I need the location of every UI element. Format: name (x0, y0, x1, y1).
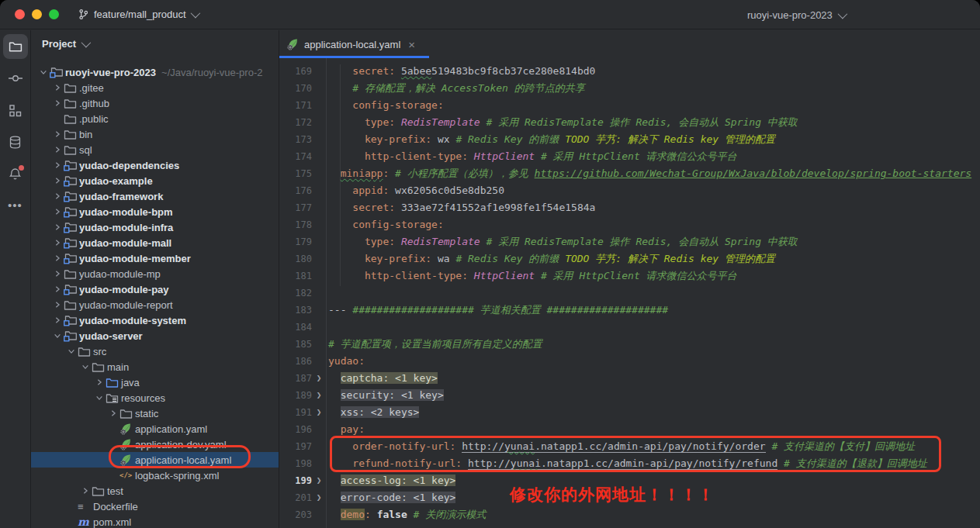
tree-item-yudao-module-mp[interactable]: yudao-module-mp (31, 266, 279, 281)
tree-item--public[interactable]: .public (31, 111, 279, 126)
chevron-collapsed-icon[interactable] (107, 407, 119, 419)
tree-item-test[interactable]: test (31, 483, 279, 499)
chevron-collapsed-icon[interactable] (51, 236, 64, 249)
tree-item-logback-spring-xml[interactable]: </>logback-spring.xml (31, 468, 279, 483)
tree-item-yudao-module-mall[interactable]: yudao-module-mall (31, 235, 279, 250)
project-panel-header[interactable]: Project (31, 30, 279, 57)
tree-item-java[interactable]: java (31, 374, 279, 390)
tree-item-pom-xml[interactable]: mpom.xml (31, 514, 279, 528)
tree-item--github[interactable]: .github (31, 95, 279, 111)
tree-item-static[interactable]: static (31, 405, 279, 421)
code-line-169[interactable]: 169 secret: 5abee519483bc9f8cb37ce280e81… (279, 63, 980, 80)
chevron-expanded-icon[interactable] (93, 392, 106, 404)
tree-item-yudao-module-infra[interactable]: yudao-module-infra (31, 219, 279, 235)
code-line-178[interactable]: 178 config-storage: (279, 216, 980, 233)
zoom-window-button[interactable] (49, 9, 59, 19)
tree-item-application-dev-yaml[interactable]: application-dev.yaml (31, 437, 279, 452)
chevron-collapsed-icon[interactable] (51, 81, 64, 94)
close-tab-icon[interactable]: × (408, 39, 415, 50)
code-line-183[interactable]: 183--- #################### 芋道相关配置 #####… (279, 302, 980, 319)
tree-item--gitee[interactable]: .gitee (31, 80, 279, 95)
structure-button[interactable] (3, 98, 28, 123)
code-line-175[interactable]: 175 miniapp: # 小程序配置（必填），参见 https://gith… (279, 165, 980, 182)
editor-tab-application-local-yaml[interactable]: application-local.yaml × (279, 30, 423, 58)
chevron-collapsed-icon[interactable] (51, 128, 64, 140)
fold-region-icon[interactable]: ❯ (312, 472, 326, 489)
code-line-196[interactable]: 196 pay: (279, 421, 980, 438)
code-line-185[interactable]: 185# 芋道配置项，设置当前项目所有自定义的配置 (279, 336, 980, 353)
chevron-collapsed-icon[interactable] (51, 159, 64, 171)
chevron-collapsed-icon[interactable] (51, 221, 64, 233)
tree-item-bin[interactable]: bin (31, 126, 279, 142)
more-button[interactable]: ••• (3, 193, 28, 218)
commit-button[interactable] (3, 66, 28, 91)
code-line-198[interactable]: 198 refund-notify-url: http://yunai.nata… (279, 455, 980, 472)
notifications-bell-button[interactable] (3, 161, 28, 186)
code-line-180[interactable]: 180 key-prefix: wa # Redis Key 的前缀 TODO … (279, 250, 980, 267)
chevron-expanded-icon[interactable] (65, 345, 78, 357)
tree-item-yudao-module-bpm[interactable]: yudao-module-bpm (31, 204, 279, 219)
chevron-expanded-icon[interactable] (37, 66, 50, 78)
code-editor[interactable]: 169 secret: 5abee519483bc9f8cb37ce280e81… (279, 58, 980, 528)
code-line-170[interactable]: 170 # 存储配置，解决 AccessToken 的跨节点的共享 (279, 80, 980, 97)
tree-item-yudao-module-member[interactable]: yudao-module-member (31, 250, 279, 266)
fold-region-icon[interactable]: ❯ (312, 489, 326, 506)
chevron-collapsed-icon[interactable] (79, 485, 92, 497)
tree-item-yudao-example[interactable]: yudao-example (31, 173, 279, 188)
minimize-window-button[interactable] (32, 9, 42, 19)
chevron-collapsed-icon[interactable] (51, 143, 64, 156)
close-window-button[interactable] (15, 9, 25, 19)
code-line-177[interactable]: 177 secret: 333ae72f41552af1e998fe1f54e1… (279, 199, 980, 216)
code-line-197[interactable]: 197 order-notify-url: http://yunai.natap… (279, 438, 980, 455)
tree-item-main[interactable]: main (31, 359, 279, 374)
tree-item-sql[interactable]: sql (31, 142, 279, 157)
fold-region-icon[interactable]: ❯ (312, 387, 326, 404)
tree-item-yudao-module-report[interactable]: yudao-module-report (31, 297, 279, 312)
tree-item-yudao-server[interactable]: yudao-server (31, 328, 279, 343)
code-line-172[interactable]: 172 type: RedisTemplate # 采用 RedisTempla… (279, 114, 980, 131)
project-folder-button[interactable] (3, 34, 28, 59)
chevron-collapsed-icon[interactable] (51, 299, 64, 311)
fold-region-icon[interactable]: ❯ (312, 404, 326, 421)
spring-file-icon (119, 423, 135, 435)
fold-region-icon[interactable]: ❯ (312, 370, 326, 387)
code-line-203[interactable]: 203 demo: false # 关闭演示模式 (279, 506, 980, 523)
code-line-176[interactable]: 176 appid: wx62056c0d5e8db250 (279, 182, 980, 199)
tree-item-yudao-framework[interactable]: yudao-framework (31, 188, 279, 204)
tree-item-yudao-module-pay[interactable]: yudao-module-pay (31, 281, 279, 297)
tree-item-resources[interactable]: resources (31, 390, 279, 405)
chevron-collapsed-icon[interactable] (93, 376, 106, 388)
code-line-174[interactable]: 174 http-client-type: HttpClient # 采用 Ht… (279, 148, 980, 165)
code-line-186[interactable]: 186yudao: (279, 353, 980, 370)
chevron-collapsed-icon[interactable] (51, 205, 64, 218)
chevron-collapsed-icon[interactable] (51, 97, 64, 109)
code-line-191[interactable]: 191❯ xss: <2 keys> (279, 404, 980, 421)
chevron-collapsed-icon[interactable] (51, 267, 64, 280)
tree-item-yudao-module-system[interactable]: yudao-module-system (31, 312, 279, 328)
code-line-189[interactable]: 189❯ security: <1 key> (279, 387, 980, 404)
project-switcher[interactable]: ruoyi-vue-pro-2023 (747, 0, 845, 29)
tree-item-application-yaml[interactable]: application.yaml (31, 421, 279, 437)
code-line-181[interactable]: 181 http-client-type: HttpClient # 采用 Ht… (279, 267, 980, 285)
code-line-179[interactable]: 179 type: RedisTemplate # 采用 RedisTempla… (279, 233, 980, 250)
chevron-collapsed-icon[interactable] (51, 252, 64, 264)
database-button[interactable] (3, 129, 28, 154)
code-line-187[interactable]: 187❯ captcha: <1 key> (279, 370, 980, 387)
chevron-expanded-icon[interactable] (79, 361, 92, 373)
chevron-collapsed-icon[interactable] (51, 190, 64, 202)
chevron-collapsed-icon[interactable] (51, 314, 64, 326)
tree-item-yudao-dependencies[interactable]: yudao-dependencies (31, 157, 279, 173)
code-line-173[interactable]: 173 key-prefix: wx # Redis Key 的前缀 TODO … (279, 131, 980, 148)
tree-item-ruoyi-vue-pro-2023[interactable]: ruoyi-vue-pro-2023~/Java/ruoyi-vue-pro-2 (31, 64, 279, 80)
tree-item-dockerfile[interactable]: ≡Dockerfile (31, 499, 279, 514)
tree-item-src[interactable]: src (31, 343, 279, 359)
chevron-collapsed-icon[interactable] (51, 174, 64, 187)
code-line-171[interactable]: 171 config-storage: (279, 97, 980, 114)
chevron-expanded-icon[interactable] (51, 330, 64, 342)
git-branch-widget[interactable]: feature/mall_product (78, 9, 198, 20)
code-line-182[interactable]: 182 (279, 285, 980, 302)
chevron-collapsed-icon[interactable] (51, 283, 64, 295)
code-line-184[interactable]: 184 (279, 319, 980, 336)
folder-icon (64, 97, 79, 109)
tree-item-application-local-yaml[interactable]: application-local.yaml (31, 452, 279, 468)
